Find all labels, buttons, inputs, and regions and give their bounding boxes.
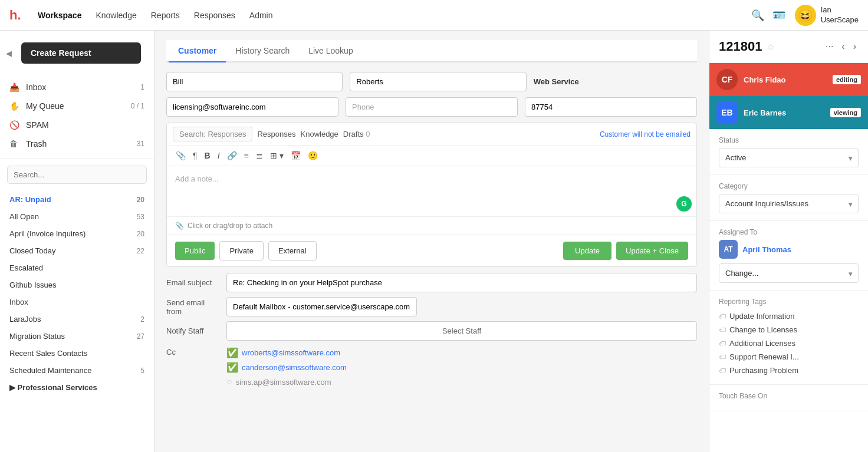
email-input[interactable] (166, 97, 338, 117)
sidebar-item-myqueue[interactable]: ✋ My Queue 0 / 1 (0, 97, 154, 116)
italic-btn[interactable]: I (215, 149, 223, 162)
more-options-btn[interactable]: ··· (823, 40, 836, 53)
nav-knowledge[interactable]: Knowledge (96, 11, 136, 20)
table-btn[interactable]: ⊞ ▾ (267, 149, 287, 162)
search-icon[interactable]: 🔍 (751, 9, 764, 22)
assigned-label: Assigned To (719, 228, 859, 236)
inbox-icon: 📥 (9, 83, 20, 92)
reply-body[interactable]: Add a note... (167, 166, 696, 216)
agent-status-chris: editing (833, 75, 861, 84)
queue-item-scheduled[interactable]: Scheduled Maintenance 5 (0, 362, 154, 379)
tab-knowledge[interactable]: Knowledge (301, 130, 338, 138)
nav-admin[interactable]: Admin (249, 11, 273, 20)
sidebar-collapse-btn[interactable]: ◀ (6, 49, 12, 58)
btn-public[interactable]: Public (175, 242, 215, 260)
subject-input[interactable] (226, 273, 697, 292)
status-section: Status Active Closed Spam (709, 129, 868, 175)
prev-ticket-btn[interactable]: ‹ (839, 40, 847, 53)
notify-label: Notify Staff (166, 326, 219, 335)
nav-responses[interactable]: Responses (194, 11, 235, 20)
app-logo[interactable]: h. (9, 6, 28, 25)
tab-customer[interactable]: Customer (169, 40, 226, 62)
right-panel-actions: ··· ‹ › (823, 40, 859, 53)
calendar-btn[interactable]: 📅 (288, 149, 304, 162)
tab-responses[interactable]: Responses (257, 130, 295, 138)
queue-item-escalated[interactable]: Escalated (0, 259, 154, 276)
cc-email-link-2[interactable]: canderson@simssoftware.com (242, 363, 347, 372)
right-panel-header: 121801 ☆ ··· ‹ › (709, 31, 868, 63)
queue-item-ar-unpaid[interactable]: AR: Unpaid 20 (0, 191, 154, 208)
queue-item-professional-services[interactable]: ▶ Professional Services (0, 379, 154, 396)
cc-check-3: ○ (226, 377, 232, 387)
link-btn[interactable]: 🔗 (224, 149, 240, 162)
sidebar-item-inbox[interactable]: 📥 Inbox 1 (0, 78, 154, 97)
assigned-select-wrapper: Change... (719, 263, 859, 283)
from-select[interactable]: Default Mailbox - customer.service@users… (226, 297, 417, 316)
attach-area[interactable]: 📎 Click or drag/drop to attach (167, 216, 696, 235)
queue-list: AR: Unpaid 20 All Open 53 April (Invoice… (0, 189, 154, 398)
cc-email-text-3: sims.ap@simssoftware.com (236, 378, 331, 387)
sidebar-search[interactable] (7, 166, 147, 184)
tag-support-renewal[interactable]: 🏷 Support Renewal I... (719, 350, 859, 364)
tab-live-lookup[interactable]: Live Lookup (299, 40, 363, 62)
queue-count: 2 (140, 315, 144, 324)
notify-staff-btn[interactable]: Select Staff (226, 321, 697, 341)
search-input[interactable] (7, 166, 147, 184)
reply-top-bar: Search: Responses Responses Knowledge Dr… (167, 123, 696, 146)
queue-label: April (Invoice Inquires) (9, 229, 86, 238)
emoji-btn[interactable]: 🙂 (305, 149, 321, 162)
reply-box: Search: Responses Responses Knowledge Dr… (166, 123, 697, 267)
from-row: Send email from Default Mailbox - custom… (166, 297, 697, 316)
btn-update-close[interactable]: Update + Close (616, 242, 688, 260)
grammarly-button[interactable]: G (676, 196, 692, 212)
queue-item-april[interactable]: April (Invoice Inquires) 20 (0, 225, 154, 242)
card-icon[interactable]: 🪪 (772, 9, 785, 22)
btn-external[interactable]: External (268, 241, 317, 260)
assigned-select[interactable]: Change... (719, 263, 859, 283)
customer-email-notice[interactable]: Customer will not be emailed (600, 130, 691, 138)
nav-reports[interactable]: Reports (151, 11, 180, 20)
paragraph-btn[interactable]: ¶ (190, 149, 200, 162)
sidebar-item-spam[interactable]: 🚫 SPAM (0, 116, 154, 134)
search-responses-btn[interactable]: Search: Responses (173, 127, 252, 141)
tag-update-information[interactable]: 🏷 Update Information (719, 309, 859, 323)
create-request-button[interactable]: Create Request (21, 42, 141, 64)
last-name-input[interactable] (350, 72, 526, 91)
queue-item-migration[interactable]: Migration Status 27 (0, 328, 154, 345)
nav-workspace[interactable]: Workspace (38, 11, 81, 20)
tag-change-licenses[interactable]: 🏷 Change to Licenses (719, 323, 859, 336)
star-icon[interactable]: ☆ (767, 41, 775, 52)
user-menu[interactable]: 😆 Ian UserScape (795, 5, 859, 26)
attachment-btn[interactable]: 📎 (173, 149, 189, 162)
queue-label: Scheduled Maintenance (9, 366, 92, 375)
tag-purchasing-problem[interactable]: 🏷 Purchasing Problem (719, 364, 859, 377)
tag-additional-licenses[interactable]: 🏷 Additional Licenses (719, 336, 859, 350)
tab-history-search[interactable]: History Search (226, 40, 299, 62)
next-ticket-btn[interactable]: › (851, 40, 859, 53)
sidebar-item-trash[interactable]: 🗑 Trash 31 (0, 134, 154, 153)
bold-btn[interactable]: B (202, 149, 213, 162)
cc-row: Cc ✅ wroberts@simssoftware.com ✅ canders… (166, 345, 697, 389)
queue-item-all-open[interactable]: All Open 53 (0, 208, 154, 225)
queue-item-github[interactable]: Github Issues (0, 276, 154, 293)
status-select[interactable]: Active Closed Spam (719, 148, 859, 167)
tab-drafts[interactable]: Drafts 0 (343, 130, 370, 138)
touch-base-label: Touch Base On (719, 392, 859, 400)
queue-item-closed-today[interactable]: Closed Today 22 (0, 242, 154, 259)
first-name-input[interactable] (166, 72, 343, 91)
bullet-list-btn[interactable]: ≡ (241, 149, 252, 162)
ordered-list-btn[interactable]: ≣ (253, 149, 266, 162)
phone-input[interactable] (346, 97, 518, 117)
queue-count: 20 (137, 196, 144, 204)
queue-item-inbox[interactable]: Inbox (0, 293, 154, 311)
btn-update[interactable]: Update (563, 242, 611, 260)
queue-item-recent-sales[interactable]: Recent Sales Contacts (0, 345, 154, 362)
category-select[interactable]: Account Inquiries/Issues (719, 194, 859, 213)
cc-email-link-1[interactable]: wroberts@simssoftware.com (242, 348, 340, 357)
btn-private[interactable]: Private (219, 241, 263, 260)
queue-item-larajobs[interactable]: LaraJobs 2 (0, 311, 154, 328)
customer-id-input[interactable] (525, 97, 697, 117)
category-label: Category (719, 182, 859, 190)
user-company: UserScape (821, 15, 859, 25)
category-section: Category Account Inquiries/Issues (709, 175, 868, 221)
